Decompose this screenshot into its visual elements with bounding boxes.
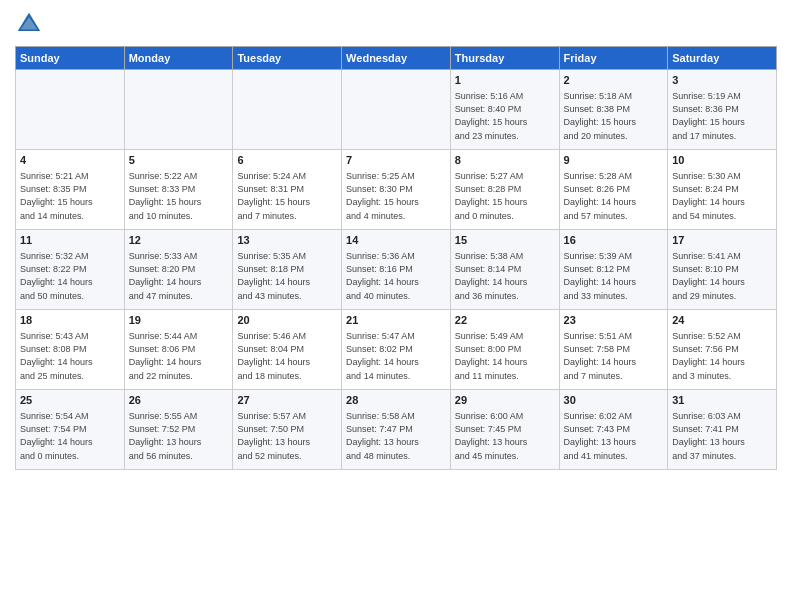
day-info: Sunrise: 5:46 AM Sunset: 8:04 PM Dayligh… [237, 330, 337, 382]
day-cell: 31Sunrise: 6:03 AM Sunset: 7:41 PM Dayli… [668, 390, 777, 470]
logo [15, 10, 47, 38]
day-number: 1 [455, 73, 555, 88]
day-cell: 26Sunrise: 5:55 AM Sunset: 7:52 PM Dayli… [124, 390, 233, 470]
header-day-monday: Monday [124, 47, 233, 70]
day-info: Sunrise: 5:22 AM Sunset: 8:33 PM Dayligh… [129, 170, 229, 222]
day-number: 28 [346, 393, 446, 408]
day-number: 10 [672, 153, 772, 168]
calendar-table: SundayMondayTuesdayWednesdayThursdayFrid… [15, 46, 777, 470]
day-number: 15 [455, 233, 555, 248]
day-info: Sunrise: 5:38 AM Sunset: 8:14 PM Dayligh… [455, 250, 555, 302]
day-number: 25 [20, 393, 120, 408]
day-number: 11 [20, 233, 120, 248]
day-cell: 5Sunrise: 5:22 AM Sunset: 8:33 PM Daylig… [124, 150, 233, 230]
day-info: Sunrise: 5:27 AM Sunset: 8:28 PM Dayligh… [455, 170, 555, 222]
day-cell: 15Sunrise: 5:38 AM Sunset: 8:14 PM Dayli… [450, 230, 559, 310]
day-info: Sunrise: 5:25 AM Sunset: 8:30 PM Dayligh… [346, 170, 446, 222]
day-cell [342, 70, 451, 150]
day-info: Sunrise: 5:35 AM Sunset: 8:18 PM Dayligh… [237, 250, 337, 302]
day-cell: 9Sunrise: 5:28 AM Sunset: 8:26 PM Daylig… [559, 150, 668, 230]
calendar-header: SundayMondayTuesdayWednesdayThursdayFrid… [16, 47, 777, 70]
day-cell: 10Sunrise: 5:30 AM Sunset: 8:24 PM Dayli… [668, 150, 777, 230]
header-day-thursday: Thursday [450, 47, 559, 70]
day-number: 21 [346, 313, 446, 328]
day-cell: 8Sunrise: 5:27 AM Sunset: 8:28 PM Daylig… [450, 150, 559, 230]
day-cell: 12Sunrise: 5:33 AM Sunset: 8:20 PM Dayli… [124, 230, 233, 310]
day-number: 27 [237, 393, 337, 408]
day-cell: 21Sunrise: 5:47 AM Sunset: 8:02 PM Dayli… [342, 310, 451, 390]
day-number: 4 [20, 153, 120, 168]
day-info: Sunrise: 5:32 AM Sunset: 8:22 PM Dayligh… [20, 250, 120, 302]
day-cell: 7Sunrise: 5:25 AM Sunset: 8:30 PM Daylig… [342, 150, 451, 230]
day-number: 19 [129, 313, 229, 328]
day-number: 13 [237, 233, 337, 248]
day-number: 8 [455, 153, 555, 168]
day-number: 17 [672, 233, 772, 248]
day-cell: 29Sunrise: 6:00 AM Sunset: 7:45 PM Dayli… [450, 390, 559, 470]
day-cell [124, 70, 233, 150]
header [15, 10, 777, 38]
day-cell: 18Sunrise: 5:43 AM Sunset: 8:08 PM Dayli… [16, 310, 125, 390]
week-row-1: 1Sunrise: 5:16 AM Sunset: 8:40 PM Daylig… [16, 70, 777, 150]
header-day-tuesday: Tuesday [233, 47, 342, 70]
day-cell: 20Sunrise: 5:46 AM Sunset: 8:04 PM Dayli… [233, 310, 342, 390]
day-cell: 11Sunrise: 5:32 AM Sunset: 8:22 PM Dayli… [16, 230, 125, 310]
header-row: SundayMondayTuesdayWednesdayThursdayFrid… [16, 47, 777, 70]
day-number: 29 [455, 393, 555, 408]
day-cell: 28Sunrise: 5:58 AM Sunset: 7:47 PM Dayli… [342, 390, 451, 470]
day-cell: 16Sunrise: 5:39 AM Sunset: 8:12 PM Dayli… [559, 230, 668, 310]
day-cell: 25Sunrise: 5:54 AM Sunset: 7:54 PM Dayli… [16, 390, 125, 470]
week-row-5: 25Sunrise: 5:54 AM Sunset: 7:54 PM Dayli… [16, 390, 777, 470]
day-info: Sunrise: 5:54 AM Sunset: 7:54 PM Dayligh… [20, 410, 120, 462]
day-info: Sunrise: 5:47 AM Sunset: 8:02 PM Dayligh… [346, 330, 446, 382]
day-number: 16 [564, 233, 664, 248]
day-cell: 22Sunrise: 5:49 AM Sunset: 8:00 PM Dayli… [450, 310, 559, 390]
header-day-wednesday: Wednesday [342, 47, 451, 70]
day-info: Sunrise: 5:36 AM Sunset: 8:16 PM Dayligh… [346, 250, 446, 302]
day-cell: 2Sunrise: 5:18 AM Sunset: 8:38 PM Daylig… [559, 70, 668, 150]
week-row-3: 11Sunrise: 5:32 AM Sunset: 8:22 PM Dayli… [16, 230, 777, 310]
day-info: Sunrise: 5:44 AM Sunset: 8:06 PM Dayligh… [129, 330, 229, 382]
day-number: 7 [346, 153, 446, 168]
day-info: Sunrise: 5:19 AM Sunset: 8:36 PM Dayligh… [672, 90, 772, 142]
day-number: 23 [564, 313, 664, 328]
day-number: 31 [672, 393, 772, 408]
week-row-2: 4Sunrise: 5:21 AM Sunset: 8:35 PM Daylig… [16, 150, 777, 230]
day-cell: 1Sunrise: 5:16 AM Sunset: 8:40 PM Daylig… [450, 70, 559, 150]
day-number: 18 [20, 313, 120, 328]
day-info: Sunrise: 5:58 AM Sunset: 7:47 PM Dayligh… [346, 410, 446, 462]
day-info: Sunrise: 5:18 AM Sunset: 8:38 PM Dayligh… [564, 90, 664, 142]
day-info: Sunrise: 5:57 AM Sunset: 7:50 PM Dayligh… [237, 410, 337, 462]
day-info: Sunrise: 5:41 AM Sunset: 8:10 PM Dayligh… [672, 250, 772, 302]
day-number: 12 [129, 233, 229, 248]
day-info: Sunrise: 5:55 AM Sunset: 7:52 PM Dayligh… [129, 410, 229, 462]
day-info: Sunrise: 5:16 AM Sunset: 8:40 PM Dayligh… [455, 90, 555, 142]
day-number: 20 [237, 313, 337, 328]
day-cell: 3Sunrise: 5:19 AM Sunset: 8:36 PM Daylig… [668, 70, 777, 150]
page: SundayMondayTuesdayWednesdayThursdayFrid… [0, 0, 792, 485]
day-info: Sunrise: 6:00 AM Sunset: 7:45 PM Dayligh… [455, 410, 555, 462]
day-cell: 4Sunrise: 5:21 AM Sunset: 8:35 PM Daylig… [16, 150, 125, 230]
day-info: Sunrise: 5:33 AM Sunset: 8:20 PM Dayligh… [129, 250, 229, 302]
header-day-sunday: Sunday [16, 47, 125, 70]
day-info: Sunrise: 6:02 AM Sunset: 7:43 PM Dayligh… [564, 410, 664, 462]
header-day-friday: Friday [559, 47, 668, 70]
day-number: 5 [129, 153, 229, 168]
day-info: Sunrise: 5:28 AM Sunset: 8:26 PM Dayligh… [564, 170, 664, 222]
day-cell [16, 70, 125, 150]
day-info: Sunrise: 5:30 AM Sunset: 8:24 PM Dayligh… [672, 170, 772, 222]
day-cell: 6Sunrise: 5:24 AM Sunset: 8:31 PM Daylig… [233, 150, 342, 230]
day-cell: 13Sunrise: 5:35 AM Sunset: 8:18 PM Dayli… [233, 230, 342, 310]
day-number: 2 [564, 73, 664, 88]
day-number: 26 [129, 393, 229, 408]
calendar-body: 1Sunrise: 5:16 AM Sunset: 8:40 PM Daylig… [16, 70, 777, 470]
day-info: Sunrise: 5:52 AM Sunset: 7:56 PM Dayligh… [672, 330, 772, 382]
day-info: Sunrise: 5:39 AM Sunset: 8:12 PM Dayligh… [564, 250, 664, 302]
day-number: 6 [237, 153, 337, 168]
day-cell: 14Sunrise: 5:36 AM Sunset: 8:16 PM Dayli… [342, 230, 451, 310]
day-number: 14 [346, 233, 446, 248]
day-cell [233, 70, 342, 150]
day-number: 24 [672, 313, 772, 328]
logo-icon [15, 10, 43, 38]
day-info: Sunrise: 6:03 AM Sunset: 7:41 PM Dayligh… [672, 410, 772, 462]
